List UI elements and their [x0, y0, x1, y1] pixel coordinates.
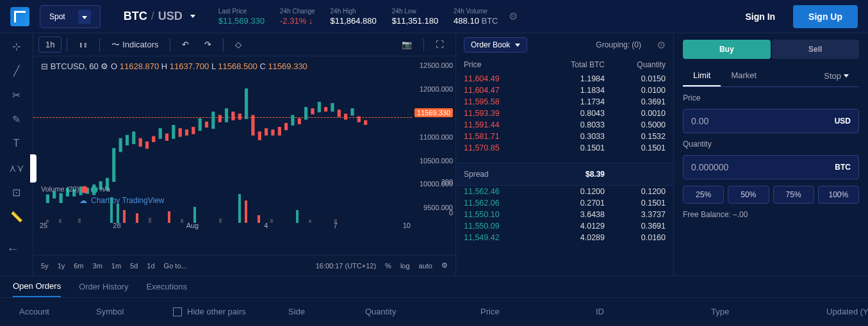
ask-row[interactable]: 11,595.581.17340.3691 — [456, 96, 673, 108]
tab-open-orders[interactable]: Open Orders — [13, 276, 61, 297]
bid-row[interactable]: 11,562.460.12000.1200 — [456, 186, 673, 197]
limit-tab[interactable]: Limit — [683, 65, 721, 86]
col-updated[interactable]: Updated (YY/MM/DD) — [826, 307, 868, 316]
sell-tab[interactable]: Sell — [772, 40, 860, 59]
price-input[interactable] — [691, 116, 835, 126]
orders-table-header: Account Symbol Hide other pairs Side Qua… — [0, 297, 868, 325]
goto-button[interactable]: Go to... — [164, 262, 187, 270]
svg-rect-25 — [139, 138, 142, 146]
quantity-input-wrapper: BTC — [683, 155, 859, 179]
auto-toggle[interactable]: auto — [419, 262, 432, 270]
ask-row[interactable]: 11,581.710.30330.1532 — [456, 131, 673, 142]
range-1y[interactable]: 1y — [58, 262, 65, 270]
exchange-logo[interactable] — [10, 7, 29, 26]
fib-tool-icon[interactable]: ✂ — [6, 87, 27, 102]
crosshair-tool-icon[interactable]: ⊹ — [6, 38, 27, 54]
pct-100-button[interactable]: 100% — [818, 186, 859, 204]
volume-bars — [40, 191, 398, 223]
grouping-label[interactable]: Grouping: (0) — [596, 40, 641, 49]
timeframe-button[interactable]: 1h — [38, 37, 61, 53]
range-1m[interactable]: 1m — [111, 262, 121, 270]
svg-rect-49 — [110, 197, 113, 223]
hide-pairs-toggle[interactable]: Hide other pairs — [173, 307, 263, 316]
signin-button[interactable]: Sign In — [735, 6, 785, 27]
log-toggle[interactable]: log — [400, 262, 410, 270]
col-id[interactable]: ID — [596, 307, 685, 316]
ruler-tool-icon[interactable]: 📏 — [6, 209, 27, 224]
settings-icon[interactable]: ⚙ — [509, 10, 518, 22]
brush-tool-icon[interactable]: ✎ — [6, 111, 27, 127]
col-account[interactable]: Account — [19, 307, 70, 316]
col-symbol[interactable]: Symbol — [96, 307, 147, 316]
bid-row[interactable]: 11,549.424.02890.0160 — [456, 232, 673, 243]
back-arrow-icon[interactable]: ← — [6, 241, 19, 256]
pct-toggle[interactable]: % — [385, 262, 391, 270]
svg-rect-39 — [272, 130, 274, 135]
volume-axis: 200 0 — [414, 178, 453, 216]
ask-row[interactable]: 11,604.471.18340.0100 — [456, 85, 673, 96]
redo-icon[interactable]: ↷ — [198, 37, 218, 52]
svg-rect-16 — [199, 118, 201, 131]
pct-75-button[interactable]: 75% — [773, 186, 814, 204]
undo-icon[interactable]: ↶ — [176, 37, 195, 52]
bid-row[interactable]: 11,550.094.01290.3691 — [456, 220, 673, 232]
svg-rect-51 — [193, 207, 196, 223]
text-tool-icon[interactable]: T — [6, 136, 27, 151]
pct-50-button[interactable]: 50% — [728, 186, 769, 204]
time-axis: 2528Aug4710 — [40, 222, 411, 229]
indicators-button[interactable]: 〜 Indicators — [105, 37, 165, 53]
svg-rect-44 — [325, 108, 327, 111]
forecast-tool-icon[interactable]: ⊡ — [6, 184, 27, 200]
tab-order-history[interactable]: Order History — [79, 277, 128, 297]
range-1d[interactable]: 1d — [147, 262, 154, 270]
range-6m[interactable]: 6m — [74, 262, 83, 270]
bid-row[interactable]: 11,550.103.64383.3737 — [456, 209, 673, 220]
pct-25-button[interactable]: 25% — [683, 186, 724, 204]
col-quantity[interactable]: Quantity — [365, 307, 455, 316]
chevron-down-icon — [515, 44, 520, 47]
ask-row[interactable]: 11,593.390.80430.0010 — [456, 108, 673, 119]
high-label: 24h High — [331, 8, 377, 15]
market-tab[interactable]: Market — [721, 65, 767, 86]
fullscreen-icon[interactable]: ⛶ — [429, 37, 450, 52]
range-3m[interactable]: 3m — [93, 262, 102, 270]
buy-tab[interactable]: Buy — [683, 40, 771, 59]
bid-row[interactable]: 11,562.060.27010.1501 — [456, 197, 673, 209]
tab-executions[interactable]: Executions — [146, 277, 187, 297]
chart-ohlc-legend: ⊟ BTCUSD, 60 ⚙ O 11628.870 H 11637.700 L… — [41, 61, 307, 71]
svg-rect-22 — [318, 102, 320, 112]
col-price[interactable]: Price — [480, 307, 570, 316]
svg-rect-48 — [364, 120, 367, 124]
svg-rect-42 — [298, 118, 300, 124]
pattern-tool-icon[interactable]: ⋏⋎ — [6, 160, 27, 175]
trendline-tool-icon[interactable]: ╱ — [6, 63, 27, 78]
chart-canvas[interactable]: ⊟ BTCUSD, 60 ⚙ O 11628.870 H 11637.700 L… — [33, 56, 455, 255]
svg-rect-41 — [285, 123, 288, 129]
chart-settings-icon[interactable]: ⚙ — [441, 261, 448, 270]
svg-rect-20 — [291, 115, 294, 126]
quantity-input[interactable] — [691, 162, 835, 172]
low-value: $11,351.180 — [392, 16, 438, 26]
pair-selector[interactable]: BTC / USD — [124, 10, 195, 23]
svg-rect-11 — [119, 138, 122, 152]
ask-row[interactable]: 11,570.850.15010.1501 — [456, 142, 673, 154]
eraser-icon[interactable]: ◇ — [229, 37, 248, 52]
signup-button[interactable]: Sign Up — [793, 5, 858, 28]
stop-tab[interactable]: Stop — [814, 65, 859, 86]
ask-row[interactable]: 11,591.440.80330.5000 — [456, 119, 673, 131]
range-5d[interactable]: 5d — [130, 262, 138, 270]
orderbook-settings-icon[interactable]: ⚙ — [657, 39, 666, 51]
market-mode-selector[interactable]: Spot — [40, 5, 101, 28]
high-value: $11,864.880 — [331, 16, 377, 26]
candle-style-icon[interactable]: ⫾⫾ — [72, 37, 94, 52]
svg-rect-19 — [245, 89, 248, 119]
col-side[interactable]: Side — [288, 307, 340, 316]
screenshot-icon[interactable]: 📷 — [395, 37, 418, 52]
ask-row[interactable]: 11,604.491.19840.0150 — [456, 73, 673, 85]
col-type[interactable]: Type — [711, 307, 801, 316]
change-label: 24h Change — [280, 8, 315, 15]
range-5y[interactable]: 5y — [41, 262, 49, 270]
low-label: 24h Low — [392, 8, 438, 15]
orderbook-selector[interactable]: Order Book — [464, 37, 527, 53]
checkbox-icon[interactable] — [173, 307, 182, 316]
